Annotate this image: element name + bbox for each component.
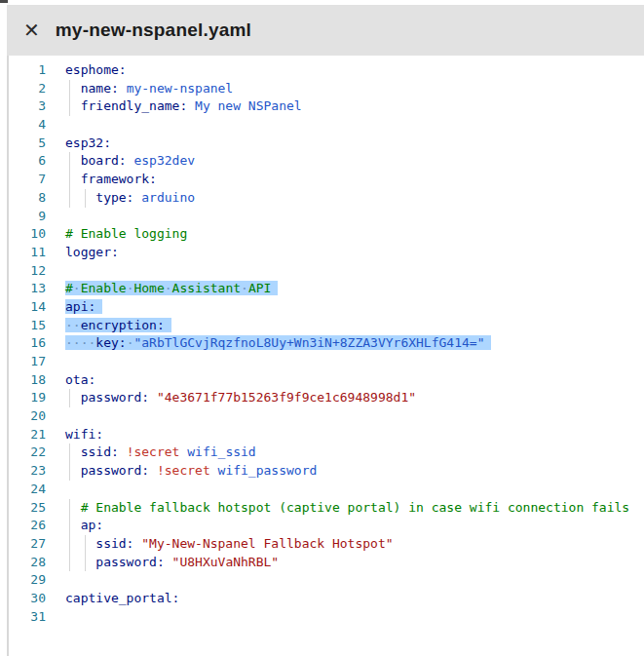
line-number: 3	[9, 97, 46, 116]
code-line[interactable]: 27 ssid: "My-New-Nspanel Fallback Hotspo…	[9, 535, 644, 554]
code-line-content: esp32:	[65, 135, 644, 153]
token-k: framework:	[81, 172, 157, 186]
indent-guide	[69, 152, 70, 171]
code-line[interactable]: 16····key:·"aRbTlGCvjRqzfnoL8Uy+Wn3iN+8Z…	[9, 334, 644, 353]
token-c: Assistant	[172, 281, 241, 295]
token-k: ap:	[81, 518, 103, 532]
code-line-content: ota:	[65, 371, 644, 390]
code-line[interactable]: 10# Enable logging	[9, 225, 644, 244]
token-k: name:	[81, 81, 119, 96]
code-line[interactable]: 8 type: arduino	[9, 189, 644, 208]
line-number: 16	[9, 334, 46, 353]
code-line[interactable]: 25 # Enable fallback hotspot (captive po…	[9, 499, 644, 518]
token-k: password:	[95, 555, 164, 569]
code-line[interactable]: 1esphome:	[9, 61, 644, 80]
code-line-content: ··encryption:	[65, 317, 644, 335]
indent-guide	[69, 444, 70, 462]
token-k: wifi:	[65, 427, 103, 442]
line-number: 23	[9, 462, 46, 481]
token-k: type:	[95, 190, 133, 205]
token-s: "4e3671f77b15263f9f9ce1c6948998d1"	[157, 390, 416, 405]
code-line[interactable]: 11logger:	[9, 244, 644, 262]
token-k: friendly_name:	[81, 98, 188, 113]
code-line[interactable]: 6 board: esp32dev	[9, 152, 644, 171]
indent-guide	[69, 554, 70, 572]
code-line[interactable]: 29	[9, 571, 644, 590]
code-line[interactable]: 15··encryption:	[9, 317, 644, 335]
code-line-content: ssid: "My-New-Nspanel Fallback Hotspot"	[65, 535, 644, 554]
file-title: my-new-nspanel.yaml	[56, 19, 251, 41]
line-number: 29	[9, 571, 46, 590]
code-line[interactable]: 28 password: "U8HXuVaNhRBL"	[9, 554, 644, 572]
code-line-content: friendly_name: My new NSPanel	[65, 97, 644, 116]
token-t	[149, 390, 157, 405]
line-number: 21	[9, 426, 46, 444]
indent-guide	[69, 389, 70, 407]
indent-guide	[69, 462, 70, 481]
token-w: ·	[165, 281, 172, 295]
code-line[interactable]: 21wifi:	[9, 426, 644, 444]
code-line-content	[65, 353, 644, 371]
token-c: # Enable logging	[65, 226, 187, 241]
token-t	[65, 98, 81, 113]
code-line[interactable]: 31	[9, 608, 644, 627]
code-line-content: type: arduino	[65, 189, 644, 208]
token-t	[119, 81, 127, 96]
code-line[interactable]: 14api:	[9, 298, 644, 317]
code-line[interactable]: 17	[9, 353, 644, 371]
window-corner-artifact	[0, 0, 8, 3]
code-line[interactable]: 5esp32:	[9, 135, 644, 153]
token-r: !secret	[157, 463, 210, 478]
token-k: ssid:	[95, 536, 133, 551]
token-t	[65, 153, 81, 168]
code-line-content	[65, 262, 644, 281]
token-s: "My-New-Nspanel Fallback Hotspot"	[141, 536, 393, 551]
token-k: ota:	[65, 372, 95, 387]
code-line[interactable]: 12	[9, 262, 644, 281]
selection-highlight: api:	[65, 299, 102, 314]
code-line[interactable]: 19 password: "4e3671f77b15263f9f9ce1c694…	[9, 389, 644, 407]
token-k: esphome:	[65, 62, 127, 77]
token-t	[119, 444, 127, 459]
token-t	[65, 463, 81, 478]
code-line[interactable]: 20	[9, 407, 644, 426]
code-line-content: ····key:·"aRbTlGCvjRqzfnoL8Uy+Wn3iN+8ZZA…	[65, 334, 644, 353]
close-icon[interactable]: ✕	[23, 20, 40, 40]
code-line[interactable]: 13#·Enable·Home·Assistant·API	[9, 280, 644, 298]
indent-guide	[69, 535, 70, 554]
line-number: 19	[9, 389, 46, 407]
token-t	[65, 390, 81, 405]
code-line-content: captive_portal:	[65, 590, 644, 608]
code-line[interactable]: 26 ap:	[9, 517, 644, 535]
token-s: "U8HXuVaNhRBL"	[172, 555, 280, 569]
token-r: !secret	[127, 444, 180, 459]
code-line[interactable]: 30captive_portal:	[9, 590, 644, 608]
token-c: Home	[133, 281, 164, 295]
code-line[interactable]: 23 password: !secret wifi_password	[9, 462, 644, 481]
line-number: 10	[9, 225, 46, 244]
code-line-content: logger:	[65, 244, 644, 262]
code-editor[interactable]: 1esphome:2 name: my-new-nspanel3 friendl…	[7, 56, 644, 656]
code-line[interactable]: 7 framework:	[9, 171, 644, 189]
code-line[interactable]: 4	[9, 116, 644, 135]
indent-guide	[69, 171, 70, 189]
indent-guide	[69, 97, 70, 116]
code-line-content: password: "4e3671f77b15263f9f9ce1c694899…	[65, 389, 644, 407]
token-k: api:	[65, 299, 95, 314]
token-k: key:	[95, 335, 126, 350]
code-line[interactable]: 24	[9, 481, 644, 499]
line-number: 12	[9, 262, 46, 281]
token-k: password:	[81, 463, 149, 478]
token-v: esp32dev	[133, 153, 195, 168]
code-line[interactable]: 2 name: my-new-nspanel	[9, 80, 644, 98]
code-line-content: board: esp32dev	[65, 152, 644, 171]
line-number: 22	[9, 444, 46, 462]
code-line-content: framework:	[65, 171, 644, 189]
token-c: API	[248, 281, 271, 295]
indent-guide	[85, 189, 86, 208]
code-line[interactable]: 9	[9, 208, 644, 226]
code-line[interactable]: 3 friendly_name: My new NSPanel	[9, 97, 644, 116]
code-line[interactable]: 18ota:	[9, 371, 644, 390]
code-line[interactable]: 22 ssid: !secret wifi_ssid	[9, 444, 644, 462]
code-line-content	[65, 481, 644, 499]
